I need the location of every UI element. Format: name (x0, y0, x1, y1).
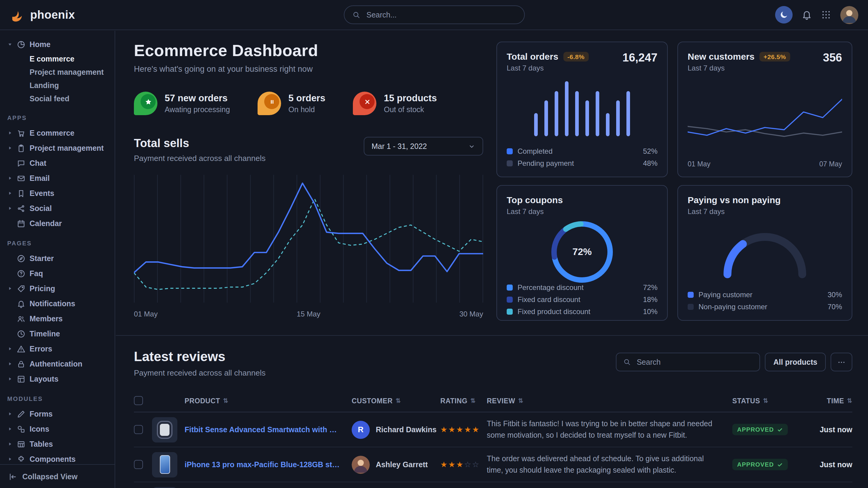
home-children: E commerceProject managementLandingSocia… (7, 53, 107, 105)
status-text: APPROVED (737, 426, 774, 433)
sidebar-item-label: Home (30, 40, 50, 48)
sidebar-item-layouts[interactable]: Layouts (7, 371, 107, 386)
ellipsis-icon (837, 358, 846, 366)
sidebar-subitem-project-management[interactable]: Project management (7, 66, 107, 79)
stat-subtitle: Out of stock (384, 105, 437, 114)
legend-label: Paying customer (699, 291, 752, 299)
sidebar-item-authentication[interactable]: Authentication (7, 356, 107, 371)
page-subtitle: Here's what's going on at your business … (134, 65, 483, 73)
sidebar-item-label: Calendar (30, 219, 62, 228)
column-header-status[interactable]: STATUS⇅ (732, 397, 805, 404)
check-icon (777, 461, 783, 467)
stat-blob (257, 92, 281, 115)
global-search-input[interactable] (365, 10, 516, 20)
sidebar-item-social[interactable]: Social (7, 201, 107, 216)
review-text: The order was delivered ahead of schedul… (487, 454, 732, 476)
bookmark-icon (17, 189, 25, 197)
help-icon (17, 269, 25, 278)
sidebar-item-pricing[interactable]: Pricing (7, 281, 107, 296)
sidebar-item-errors[interactable]: Errors (7, 341, 107, 356)
top-coupons-card: Top coupons Last 7 days 72% Percentage d… (496, 185, 668, 321)
total-orders-legend: Completed52%Pending payment48% (507, 147, 657, 168)
sidebar-item-label: Errors (30, 345, 52, 353)
sidebar-item-icons[interactable]: Icons (7, 421, 107, 436)
star-icon (141, 94, 156, 109)
sidebar-item-home[interactable]: Home (7, 37, 107, 52)
sidebar-subitem-e-commerce[interactable]: E commerce (7, 53, 107, 66)
theme-toggle-button[interactable] (775, 6, 793, 24)
product-link[interactable]: iPhone 13 pro max-Pacific Blue-128GB sto… (185, 460, 352, 469)
status-badge: APPROVED (732, 459, 788, 470)
stat-awating-processing: 57 new ordersAwating processing (134, 92, 230, 115)
table-icon (17, 440, 25, 448)
brand-link[interactable]: phoenix (10, 7, 75, 23)
sidebar-subitem-landing[interactable]: Landing (7, 79, 107, 92)
column-header-review[interactable]: REVIEW⇅ (487, 397, 732, 404)
legend-item-completed: Completed52% (507, 147, 657, 156)
collapsed-view-toggle[interactable]: Collapsed View (0, 464, 115, 488)
sidebar-item-faq[interactable]: Faq (7, 266, 107, 281)
brand-text: phoenix (30, 8, 75, 22)
user-avatar[interactable] (840, 6, 858, 24)
sidebar-item-email[interactable]: Email (7, 171, 107, 186)
sidebar-item-components[interactable]: Components (7, 452, 107, 464)
sidebar-item-label: Timeline (30, 329, 60, 338)
sidebar-item-project-management[interactable]: Project management (7, 140, 107, 156)
search-icon (352, 11, 360, 19)
card-value: 16,247 (622, 51, 657, 65)
select-all-checkbox[interactable] (134, 396, 143, 405)
sidebar-item-members[interactable]: Members (7, 311, 107, 326)
global-search[interactable] (343, 5, 525, 24)
product-thumbnail[interactable] (152, 417, 177, 442)
sidebar: HomeE commerceProject managementLandingS… (0, 31, 115, 488)
check-icon (777, 426, 783, 432)
column-header-time[interactable]: TIME⇅ (805, 397, 852, 404)
sidebar-item-tables[interactable]: Tables (7, 436, 107, 452)
sidebar-section-title: MODULES (7, 395, 107, 402)
reviews-search-input[interactable] (636, 357, 753, 367)
donut-center-label: 72% (551, 221, 614, 283)
column-header-product[interactable]: PRODUCT⇅ (185, 397, 352, 404)
date-range-select[interactable]: Mar 1 - 31, 2022 (364, 137, 483, 156)
legend-value: 48% (643, 159, 657, 168)
all-products-button[interactable]: All products (765, 353, 826, 371)
caret-right-icon (7, 130, 13, 136)
card-period: Last 7 days (688, 207, 780, 216)
customer-cell[interactable]: RRichard Dawkins (352, 421, 440, 438)
sidebar-item-forms[interactable]: Forms (7, 406, 107, 421)
column-header-customer[interactable]: CUSTOMER⇅ (352, 397, 440, 404)
home-icon (17, 40, 25, 48)
review-text: This Fitbit is fantastic! I was trying t… (487, 419, 732, 441)
sidebar-item-calendar[interactable]: Calendar (7, 216, 107, 231)
row-checkbox[interactable] (134, 425, 143, 434)
reviews-search[interactable] (616, 353, 760, 371)
caret-right-icon (7, 441, 13, 447)
product-link[interactable]: Fitbit Sense Advanced Smartwatch with To… (185, 425, 352, 434)
caret-right-icon (7, 361, 13, 366)
kpi-cards-grid: Total orders -6.8% Last 7 days 16,247 Co… (496, 42, 852, 321)
more-options-button[interactable] (831, 353, 852, 371)
product-thumbnail[interactable] (152, 452, 177, 477)
trend-badge: +26.5% (760, 52, 790, 61)
sidebar-item-starter[interactable]: Starter (7, 251, 107, 266)
sidebar-item-e-commerce[interactable]: E commerce (7, 125, 107, 140)
column-header-rating[interactable]: RATING⇅ (440, 397, 487, 404)
legend-value: 30% (828, 291, 842, 299)
sidebar-item-chat[interactable]: Chat (7, 156, 107, 171)
notifications-button[interactable] (802, 10, 812, 20)
caret-right-icon (7, 456, 13, 462)
row-checkbox[interactable] (134, 460, 143, 469)
total-orders-bar-chart (531, 78, 633, 136)
sidebar-item-label: Social (30, 204, 52, 213)
sidebar-item-timeline[interactable]: Timeline (7, 326, 107, 341)
sidebar-item-events[interactable]: Events (7, 186, 107, 201)
moon-icon (779, 10, 788, 19)
sidebar-item-label: E commerce (30, 129, 74, 137)
clock-icon (17, 329, 25, 338)
sidebar-item-notifications[interactable]: Notifications (7, 296, 107, 311)
customer-cell[interactable]: Ashley Garrett (352, 455, 440, 474)
card-value: 356 (823, 51, 842, 65)
apps-grid-button[interactable] (821, 10, 831, 20)
stat-title: 15 products (384, 93, 437, 104)
sidebar-subitem-social-feed[interactable]: Social feed (7, 92, 107, 105)
